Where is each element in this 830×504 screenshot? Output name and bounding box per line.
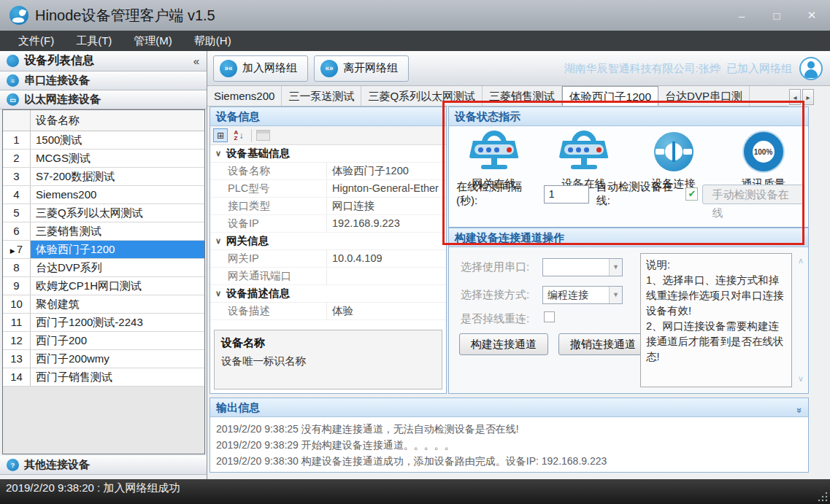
selected-row-marker: ▶ — [10, 247, 15, 255]
leave-network-group-button[interactable]: «» 离开网络组 — [314, 55, 409, 82]
dropdown-arrow-icon: ▼ — [609, 287, 622, 303]
resize-grip[interactable] — [818, 492, 828, 502]
category-description-info[interactable]: ∨ 设备描述信息 — [210, 285, 446, 303]
connection-channel-title: 构建设备连接通道操作 — [449, 228, 808, 247]
table-row[interactable]: 3S7-200数据测试 — [3, 168, 204, 186]
tab-siemens200[interactable]: Siemens200 — [207, 86, 282, 106]
status-bar: 2019/2/20 9:38:20 : 加入网络组成功 — [0, 479, 830, 504]
property-help-text: 设备唯一标识名称 — [221, 354, 435, 368]
scroll-up-icon[interactable]: ∧ — [795, 256, 807, 266]
toolbar-separator — [251, 129, 252, 142]
menu-tools[interactable]: 工具(T) — [66, 32, 121, 50]
tab-siemens1200-experience-active[interactable]: 体验西门子1200 — [562, 86, 658, 106]
device-status-title: 设备状态指示 — [449, 107, 808, 126]
other-devices-icon: ? — [7, 459, 19, 471]
table-row[interactable]: 9欧姆龙CP1H网口测试 — [3, 277, 204, 295]
join-network-group-button[interactable]: »« 加入网络组 — [213, 55, 308, 82]
reconnect-label: 是否掉线重连: — [461, 312, 529, 326]
table-row[interactable]: 11500测试 — [3, 131, 204, 150]
property-row[interactable]: PLC型号Hignton-General-Ether — [210, 180, 446, 198]
log-line: 2019/2/20 9:38:29 开始构建设备连接通道。。。。。 — [216, 437, 802, 453]
reconnect-checkbox-unchecked[interactable] — [544, 311, 555, 322]
detect-interval-input[interactable] — [544, 185, 589, 203]
table-row[interactable]: 11西门子1200测试-2243 — [3, 314, 204, 332]
table-row[interactable]: 6三菱销售测试 — [3, 222, 204, 241]
serial-devices-icon: ≡ — [7, 74, 19, 87]
comm-quality-indicator: 100% 通讯质量 — [723, 131, 804, 191]
device-tab-bar: Siemens200 三一泵送测试 三菱Q系列以太网测试 三菱销售测试 体验西门… — [207, 86, 830, 106]
menu-help[interactable]: 帮助(H) — [185, 32, 241, 50]
network-toolbar: »« 加入网络组 «» 离开网络组 湖南华辰智通科技有限公司:张烨 已加入网络组 — [207, 51, 830, 86]
tabs: Siemens200 三一泵送测试 三菱Q系列以太网测试 三菱销售测试 体验西门… — [207, 86, 788, 106]
scroll-down-icon[interactable]: ∨ — [795, 374, 807, 384]
property-row[interactable]: 网关通讯端口 — [210, 268, 446, 285]
device-table: 设备名称 11500测试 2MCGS测试 3S7-200数据测试 4Siemen… — [2, 109, 205, 454]
connect-mode-label: 选择连接方式: — [461, 288, 529, 302]
menu-file[interactable]: 文件(F) — [9, 32, 64, 50]
channel-instructions: 说明: 1、选择串口、连接方式和掉线重连操作选项只对串口连接设备有效! 2、网口… — [640, 253, 792, 387]
manual-detect-button-disabled[interactable]: 手动检测设备在线 — [702, 185, 804, 204]
sidebar-collapse-icon[interactable]: « — [193, 55, 199, 67]
tab-mitsubishi-sales-test[interactable]: 三菱销售测试 — [483, 86, 562, 106]
property-help-pane: 设备名称 设备唯一标识名称 — [214, 330, 442, 389]
property-row[interactable]: 设备名称体验西门子1200 — [210, 163, 446, 180]
log-line: 2019/2/20 9:38:30 构建设备连接通道成功，添加设备路由完成。设备… — [216, 453, 802, 469]
chevron-down-icon: ∨ — [210, 289, 226, 298]
property-row[interactable]: 接口类型网口连接 — [210, 198, 446, 215]
category-basic-info[interactable]: ∨ 设备基础信息 — [210, 145, 446, 163]
tab-delta-dvp-serial-test[interactable]: 台达DVP串口测 — [658, 86, 750, 106]
output-collapse-icon[interactable]: » — [791, 408, 809, 413]
maximize-button[interactable]: □ — [769, 9, 785, 22]
close-button[interactable]: ✕ — [804, 9, 820, 22]
output-panel: 输出信息 » 2019/2/20 9:38:25 没有构建连接通道，无法自动检测… — [210, 398, 809, 473]
property-row[interactable]: 网关IP10.0.4.109 — [210, 250, 446, 268]
tab-sany-pump-test[interactable]: 三一泵送测试 — [282, 86, 361, 106]
sidebar-item-ethernet-devices[interactable]: ▭ 以太网连接设备 — [0, 90, 207, 109]
chevron-down-icon: ∨ — [210, 149, 226, 158]
sidebar-item-serial-devices[interactable]: ≡ 串口连接设备 — [0, 71, 207, 90]
table-row[interactable]: 8台达DVP系列 — [3, 259, 204, 277]
device-table-header: 设备名称 — [3, 110, 204, 131]
categorized-view-icon[interactable]: ⊞ — [213, 128, 228, 142]
minimize-button[interactable]: – — [734, 9, 750, 22]
device-list-sidebar: 设备列表信息 « ≡ 串口连接设备 ▭ 以太网连接设备 设备名称 11500测试… — [0, 51, 207, 479]
sidebar-item-other-devices[interactable]: ? 其他连接设备 — [0, 456, 207, 475]
table-row[interactable]: 13西门子200wmy — [3, 350, 204, 368]
menu-manage[interactable]: 管理(M) — [124, 32, 182, 50]
leave-network-icon: «» — [320, 60, 338, 77]
build-channel-button[interactable]: 构建连接通道 — [459, 333, 548, 355]
device-status-panel: 设备状态指示 网关在线 设备在线 — [448, 106, 809, 228]
tab-scroll-right-icon[interactable]: ▸ — [802, 89, 814, 105]
property-pages-icon — [256, 130, 270, 141]
table-row[interactable]: 5三菱Q系列以太网测试 — [3, 204, 204, 222]
property-grid: ∨ 设备基础信息 设备名称体验西门子1200 PLC型号Hignton-Gene… — [210, 145, 446, 320]
comm-quality-value: 100% — [754, 148, 773, 156]
serial-select-label: 选择使用串口: — [461, 260, 529, 274]
auto-detect-checkbox-checked[interactable]: ✔ — [685, 187, 698, 201]
user-avatar[interactable] — [799, 57, 823, 80]
table-row-selected[interactable]: ▶7 体验西门子1200 — [3, 241, 204, 259]
serial-select-dropdown[interactable]: ▼ — [542, 258, 623, 276]
ethernet-devices-icon: ▭ — [7, 93, 19, 106]
table-row[interactable]: 14西门子销售测试 — [3, 368, 204, 387]
comm-quality-icon: 100% — [744, 132, 783, 171]
window-controls: – □ ✕ — [734, 0, 820, 31]
table-row[interactable]: 2MCGS测试 — [3, 150, 204, 168]
property-row[interactable]: 设备描述体验 — [210, 303, 446, 320]
sidebar-header[interactable]: 设备列表信息 « — [0, 51, 207, 71]
category-gateway-info[interactable]: ∨ 网关信息 — [210, 233, 446, 250]
table-row[interactable]: 4Siemens200 — [3, 186, 204, 204]
log-line: 2019/2/20 9:38:25 没有构建连接通道，无法自动检测设备是否在线! — [216, 421, 802, 437]
join-network-icon: »« — [220, 60, 237, 77]
property-row[interactable]: 设备IP192.168.9.223 — [210, 215, 446, 233]
chevron-down-icon: ∨ — [210, 236, 226, 246]
connect-mode-dropdown[interactable]: 编程连接 ▼ — [542, 286, 623, 304]
table-row[interactable]: 10聚创建筑 — [3, 295, 204, 314]
table-row[interactable]: 12西门子200 — [3, 332, 204, 350]
app-logo-icon — [9, 6, 28, 25]
tab-scroll-left-icon[interactable]: ◂ — [789, 89, 801, 105]
device-info-panel: 设备信息 ⊞ AZ↓ ∨ 设备基础信息 设备名称体验西门子1200 PLC型号H… — [210, 106, 447, 394]
revoke-channel-button[interactable]: 撤销连接通道 — [558, 333, 648, 355]
alphabetical-sort-icon[interactable]: AZ↓ — [231, 128, 247, 142]
tab-mitsubishi-q-ethernet-test[interactable]: 三菱Q系列以太网测试 — [361, 86, 483, 106]
